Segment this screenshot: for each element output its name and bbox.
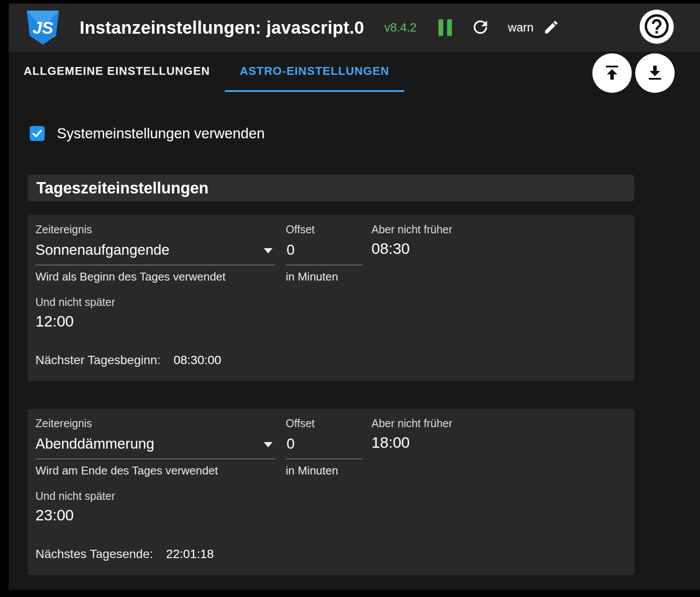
not-earlier-label: Aber nicht früher (371, 417, 452, 430)
not-later-input[interactable]: 23:00 (35, 506, 626, 524)
svg-text:JS: JS (32, 18, 53, 37)
edit-log-level-button[interactable] (543, 19, 560, 37)
not-later-label: Und nicht später (35, 489, 626, 502)
tab-general-settings[interactable]: ALLGEMEINE EINSTELLUNGEN (9, 52, 225, 92)
time-event-value: Abenddämmerung (35, 435, 154, 452)
dropdown-arrow-icon (264, 442, 273, 447)
time-event-value: Sonnenaufgangende (35, 242, 169, 258)
instance-settings-dialog: JS Instanzeinstellungen: javascript.0 v8… (9, 4, 700, 590)
day-end-card: Zeitereignis Abenddämmerung Wird am Ende… (28, 409, 634, 575)
pause-instance-button[interactable] (438, 19, 452, 36)
checkbox-label: Systemeinstellungen verwenden (57, 125, 265, 142)
next-day-end-label: Nächstes Tagesende: (35, 547, 153, 561)
page-title: Instanzeinstellungen: javascript.0 (80, 18, 364, 38)
app-header: JS Instanzeinstellungen: javascript.0 v8… (9, 4, 700, 52)
log-level-label: warn (508, 21, 534, 35)
next-day-start-value: 08:30:00 (174, 353, 221, 367)
offset-input[interactable]: 0 (286, 430, 363, 459)
use-system-settings-row[interactable]: Systemeinstellungen verwenden (30, 125, 265, 142)
next-day-start-label: Nächster Tagesbeginn: (35, 353, 161, 367)
next-day-start-info: Nächster Tagesbeginn: 08:30:00 (35, 353, 626, 367)
pause-icon (438, 19, 452, 36)
upload-settings-button[interactable] (592, 53, 632, 93)
time-event-select[interactable]: Abenddämmerung (35, 430, 275, 459)
time-event-helper: Wird am Ende des Tages verwendet (35, 464, 275, 477)
not-earlier-input[interactable]: 08:30 (371, 239, 452, 258)
time-event-select[interactable]: Sonnenaufgangende (35, 236, 275, 265)
restart-instance-button[interactable] (470, 17, 490, 39)
offset-value: 0 (287, 435, 294, 452)
day-start-card: Zeitereignis Sonnenaufgangende Wird als … (28, 215, 634, 381)
section-title: Tageszeiteinstellungen (36, 179, 208, 197)
offset-helper: in Minuten (286, 270, 363, 283)
offset-label: Offset (286, 417, 363, 430)
download-icon (644, 62, 665, 84)
pencil-icon (543, 19, 560, 37)
refresh-icon (470, 17, 490, 39)
not-later-input[interactable]: 12:00 (35, 312, 626, 330)
offset-input[interactable]: 0 (286, 236, 363, 265)
dropdown-arrow-icon (264, 248, 273, 253)
section-header: Tageszeiteinstellungen (28, 175, 634, 201)
upload-icon (602, 62, 623, 84)
checkbox-checked-icon[interactable] (30, 126, 45, 141)
javascript-adapter-logo-icon: JS (24, 8, 62, 47)
next-day-end-value: 22:01:18 (166, 547, 214, 561)
help-icon (642, 12, 671, 42)
next-day-end-info: Nächstes Tagesende: 22:01:18 (35, 547, 626, 561)
not-later-label: Und nicht später (35, 295, 626, 309)
offset-helper: in Minuten (286, 464, 363, 477)
tab-astro-settings[interactable]: ASTRO-EINSTELLUNGEN (225, 52, 404, 92)
time-event-label: Zeitereignis (35, 417, 275, 430)
time-event-label: Zeitereignis (35, 223, 275, 236)
not-earlier-input[interactable]: 18:00 (371, 433, 452, 452)
offset-value: 0 (287, 242, 294, 258)
adapter-version: v8.4.2 (384, 21, 416, 35)
offset-label: Offset (286, 223, 363, 236)
time-event-helper: Wird als Beginn des Tages verwendet (35, 270, 275, 283)
download-settings-button[interactable] (635, 53, 675, 93)
help-button[interactable] (640, 10, 674, 44)
not-earlier-label: Aber nicht früher (371, 223, 452, 236)
